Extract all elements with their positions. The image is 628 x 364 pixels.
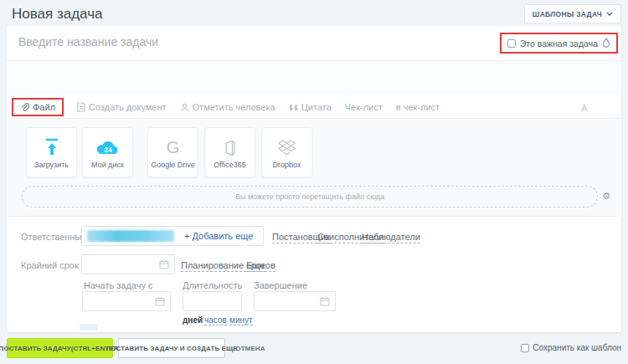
toolbar-file-label: Файл (33, 102, 55, 112)
google-drive-tile-label: Google Drive (151, 161, 195, 169)
unit-days[interactable]: дней (183, 315, 203, 325)
dropbox-tile[interactable]: Dropbox (261, 127, 312, 177)
dropbox-icon (278, 128, 296, 156)
flame-icon (602, 38, 610, 49)
task-title-input[interactable] (18, 35, 378, 49)
templates-button-label: ШАБЛОНЫ ЗАДАЧ (533, 10, 602, 18)
unit-hours[interactable]: часов (204, 315, 227, 326)
cloud-24-icon: 24 (95, 128, 121, 156)
google-drive-tile[interactable]: G Google Drive (147, 127, 198, 177)
cutoff-element (80, 324, 98, 331)
responsible-field[interactable]: + Добавить еще (81, 226, 264, 246)
upload-tile[interactable]: Загрузить (26, 127, 77, 177)
dropzone-gear-icon[interactable]: ⚙ (602, 191, 610, 202)
add-more-link[interactable]: + Добавить еще (184, 231, 253, 241)
dropzone-hint: Вы можете просто перетащить файл сюда (235, 192, 384, 201)
cancel-button[interactable]: ОТМЕНА (231, 338, 270, 358)
dropbox-tile-label: Dropbox (272, 161, 301, 169)
page-title: Новая задача (12, 6, 103, 23)
save-template-checkbox-box[interactable] (521, 344, 529, 352)
toolbar-quote-label: Цитата (301, 102, 332, 112)
responsible-user-redacted (87, 230, 174, 242)
responsible-label: Ответственный (21, 232, 87, 242)
more-link[interactable]: Еще (246, 260, 265, 272)
task-templates-button[interactable]: ШАБЛОНЫ ЗАДАЧ (524, 4, 621, 23)
submit-task-button[interactable]: ПОСТАВИТЬ ЗАДАЧУ(CTRL+ENTER) (7, 338, 113, 358)
new-task-card: Это важная задача Файл Создать документ … (7, 26, 621, 332)
google-icon: G (167, 128, 180, 156)
toolbar-file-button[interactable]: Файл (12, 98, 64, 116)
duration-label: Длительность (183, 280, 242, 290)
my-drive-tile-label: Мой диск (91, 161, 124, 169)
duration-input[interactable] (183, 291, 242, 311)
document-icon (77, 102, 85, 112)
toolbar-to-checklist-button[interactable]: в чек-лист (396, 102, 440, 112)
office365-tile-label: Office365 (214, 161, 245, 169)
svg-text:24: 24 (104, 146, 112, 154)
toolbar-quote-button[interactable]: Цитата (289, 102, 332, 112)
person-icon (180, 103, 189, 112)
deadline-label: Крайний срок (21, 260, 79, 270)
quote-icon (289, 104, 298, 111)
editor-mode-icon[interactable]: A (581, 103, 588, 113)
calendar-icon[interactable] (320, 296, 330, 306)
finish-date-input[interactable] (254, 291, 336, 311)
upload-icon (44, 128, 60, 156)
submit-and-create-more-button[interactable]: ПОСТАВИТЬ ЗАДАЧУ И СОЗДАТЬ ЕЩЕ (118, 338, 225, 358)
deadline-input[interactable] (81, 254, 175, 274)
important-task-label: Это важная задача (520, 38, 598, 49)
start-label: Начать задачу с (84, 280, 153, 290)
toolbar-mention-person-button[interactable]: Отметить человека (180, 102, 275, 112)
save-as-template-checkbox[interactable]: Сохранить как шаблон (521, 343, 621, 352)
description-area[interactable] (8, 61, 620, 93)
unit-minutes[interactable]: минут (229, 315, 253, 326)
calendar-icon[interactable] (159, 259, 169, 269)
toolbar-to-checklist-label: в чек-лист (396, 102, 440, 112)
chevron-down-icon (606, 12, 613, 16)
important-checkbox-box[interactable] (507, 39, 516, 48)
office365-icon (224, 128, 236, 156)
toolbar-checklist-button[interactable]: Чек-лист (345, 102, 383, 112)
start-date-input[interactable] (82, 291, 171, 311)
file-dropzone[interactable]: Вы можете просто перетащить файл сюда (22, 186, 598, 208)
important-task-checkbox[interactable]: Это важная задача (500, 33, 618, 54)
toolbar-create-document-button[interactable]: Создать документ (77, 102, 167, 112)
observers-link[interactable]: Наблюдатели (362, 232, 420, 244)
office365-tile[interactable]: Office365 (204, 127, 255, 177)
upload-tile-label: Загрузить (34, 161, 69, 169)
toolbar-mention-person-label: Отметить человека (193, 102, 275, 112)
toolbar-create-document-label: Создать документ (89, 102, 167, 112)
my-drive-tile[interactable]: 24 Мой диск (82, 127, 133, 177)
attach-panel: Загрузить 24 Мой диск G Google Drive Off… (8, 118, 620, 217)
toolbar-checklist-label: Чек-лист (345, 102, 383, 112)
calendar-icon[interactable] (155, 296, 165, 306)
editor-toolbar: Файл Создать документ Отметить человека … (12, 97, 440, 117)
save-template-label: Сохранить как шаблон (533, 343, 621, 352)
paperclip-icon (20, 102, 29, 112)
finish-label: Завершение (254, 280, 307, 290)
